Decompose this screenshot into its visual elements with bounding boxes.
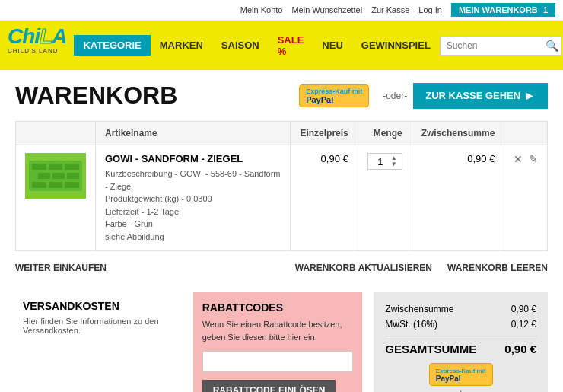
search-input[interactable] bbox=[447, 40, 546, 51]
col-einzelpreis: Einzelpreis bbox=[291, 122, 358, 145]
nav-neu[interactable]: NEU bbox=[313, 35, 351, 56]
mein-konto-link[interactable]: Mein Konto bbox=[240, 5, 283, 14]
paypal-badge: Express-Kauf mit PayPal bbox=[299, 84, 369, 107]
nav-sale[interactable]: SALE % bbox=[269, 30, 313, 62]
rabatt-input[interactable] bbox=[202, 351, 354, 372]
rabatt-text: Wenn Sie einen Rabattcode besitzen, gebe… bbox=[202, 318, 354, 343]
desc-line1: Kurzbeschreibung - GOWI - 558-69 - Sandf… bbox=[105, 169, 280, 191]
rabatt-title: RABATTCODES bbox=[202, 301, 354, 314]
product-desc: Kurzbeschreibung - GOWI - 558-69 - Sandf… bbox=[105, 167, 281, 243]
warenkorb-header: WARENKORB Express-Kauf mit PayPal -oder-… bbox=[15, 81, 548, 110]
main-nav: KATEGORIE MARKEN SAISON SALE % NEU GEWIN… bbox=[74, 30, 561, 62]
zwischensumme-label: Zwischensumme bbox=[385, 304, 453, 314]
wunschzettel-link[interactable]: Mein Wunschzettel bbox=[291, 5, 362, 14]
action-row: WEITER EINKAUFEN WARENKORB AKTUALISIEREN… bbox=[15, 263, 548, 273]
mwst-val: 0,12 € bbox=[511, 319, 536, 330]
cart-button[interactable]: MEIN WARENKORB 1 bbox=[451, 3, 555, 17]
page-content: WARENKORB Express-Kauf mit PayPal -oder-… bbox=[0, 70, 563, 392]
cart-table: Artikelname Einzelpreis Menge Zwischensu… bbox=[15, 121, 548, 251]
zur-kasse-label: ZUR KASSE GEHEN bbox=[425, 90, 520, 101]
nav-kategorie[interactable]: KATEGORIE bbox=[74, 35, 150, 56]
bottom-section: VERSANDKOSTEN Hier finden Sie Informatio… bbox=[15, 292, 548, 392]
delete-button[interactable]: ✕ bbox=[514, 153, 523, 165]
versand-box: VERSANDKOSTEN Hier finden Sie Informatio… bbox=[15, 292, 182, 343]
gesamt-label: GESAMTSUMME bbox=[385, 343, 476, 355]
qty-arrows: ▲ ▼ bbox=[391, 155, 397, 167]
top-bar: Mein Konto Mein Wunschzettel Zur Kasse L… bbox=[0, 0, 563, 21]
mwst-label: MwSt. (16%) bbox=[385, 319, 437, 330]
leeren-button[interactable]: WARENKORB LEEREN bbox=[447, 263, 548, 273]
logo-sub: CHILD'S LAND bbox=[8, 47, 66, 54]
rabatt-einlosen-button[interactable]: RABATTCODE EINLÖSEN bbox=[202, 380, 336, 392]
summary-divider bbox=[385, 336, 536, 336]
paypal-express-logo: Express-Kauf mit PayPal bbox=[299, 84, 369, 107]
zur-kasse-header-button[interactable]: ZUR KASSE GEHEN ► bbox=[413, 83, 548, 109]
paypal-text: PayPal bbox=[306, 95, 333, 104]
col-artikel: Artikelname bbox=[96, 122, 291, 145]
header: ChiLA CHILD'S LAND KATEGORIE MARKEN SAIS… bbox=[0, 21, 563, 70]
nav-gewinnspiel[interactable]: GEWINNSPIEL bbox=[352, 35, 440, 56]
qty-control: 1 ▲ ▼ bbox=[367, 153, 402, 170]
edit-button[interactable]: ✎ bbox=[529, 153, 538, 165]
col-zwischensumme: Zwischensumme bbox=[412, 122, 504, 145]
express-label: Express-Kauf mit bbox=[306, 88, 362, 95]
gesamt-row: GESAMTSUMME 0,90 € bbox=[385, 343, 536, 355]
product-image bbox=[25, 153, 86, 199]
versand-text: Hier finden Sie Informationen zu den Ver… bbox=[23, 317, 174, 335]
product-info-cell: GOWI - SANDFORM - ZIEGEL Kurzbeschreibun… bbox=[96, 145, 291, 251]
cart-label: MEIN WARENKORB bbox=[459, 5, 538, 14]
col-menge: Menge bbox=[358, 122, 412, 145]
paypal-logo-sm: Express-Kauf mit PayPal bbox=[429, 363, 493, 386]
price-cell: 0,90 € bbox=[291, 145, 358, 251]
summary-box: Zwischensumme 0,90 € MwSt. (16%) 0,12 € … bbox=[374, 292, 548, 392]
versand-title: VERSANDKOSTEN bbox=[23, 300, 174, 312]
weiter-einkaufen-button[interactable]: WEITER EINKAUFEN bbox=[15, 263, 107, 273]
subtotal-cell: 0,90 € bbox=[412, 145, 504, 251]
arrow-icon: ► bbox=[523, 89, 536, 103]
oder-text: -oder- bbox=[383, 91, 407, 101]
nav-saison[interactable]: SAISON bbox=[212, 35, 269, 56]
action-cell: ✕ ✎ bbox=[504, 145, 548, 251]
gesamt-val: 0,90 € bbox=[504, 343, 536, 355]
logo[interactable]: ChiLA CHILD'S LAND bbox=[8, 26, 66, 65]
desc-line5: siehe Abbildung bbox=[105, 232, 164, 241]
login-link[interactable]: Log In bbox=[418, 5, 442, 14]
qty-down-arrow[interactable]: ▼ bbox=[391, 161, 397, 167]
search-icon[interactable]: 🔍 bbox=[546, 40, 558, 52]
zwischensumme-row: Zwischensumme 0,90 € bbox=[385, 304, 536, 314]
zur-kasse-link[interactable]: Zur Kasse bbox=[371, 5, 409, 14]
table-row: GOWI - SANDFORM - ZIEGEL Kurzbeschreibun… bbox=[16, 145, 548, 251]
mwst-row: MwSt. (16%) 0,12 € bbox=[385, 319, 536, 330]
desc-line3: Lieferzeit - 1-2 Tage bbox=[105, 207, 179, 216]
cart-count: 1 bbox=[543, 5, 548, 14]
product-name: GOWI - SANDFORM - ZIEGEL bbox=[105, 153, 281, 164]
qty-cell: 1 ▲ ▼ bbox=[358, 145, 412, 251]
product-img-inner bbox=[29, 161, 82, 191]
logo-text: ChiLA bbox=[8, 26, 66, 47]
col-img bbox=[16, 122, 96, 145]
oder-sm: -oder- bbox=[385, 389, 536, 392]
page-title: WARENKORB bbox=[15, 81, 299, 110]
qty-value: 1 bbox=[373, 156, 388, 167]
desc-line4: Farbe - Grün bbox=[105, 219, 153, 228]
search-box: 🔍 bbox=[440, 36, 561, 56]
product-img-cell bbox=[16, 145, 96, 251]
paypal-section: Express-Kauf mit PayPal bbox=[385, 363, 536, 386]
rabatt-box: RABATTCODES Wenn Sie einen Rabattcode be… bbox=[193, 292, 363, 392]
col-actions bbox=[504, 122, 548, 145]
nav-marken[interactable]: MARKEN bbox=[151, 35, 212, 56]
aktualisieren-button[interactable]: WARENKORB AKTUALISIEREN bbox=[295, 263, 432, 273]
zwischensumme-val: 0,90 € bbox=[511, 304, 536, 314]
desc-line2: Produktgewicht (kg) - 0.0300 bbox=[105, 194, 212, 203]
